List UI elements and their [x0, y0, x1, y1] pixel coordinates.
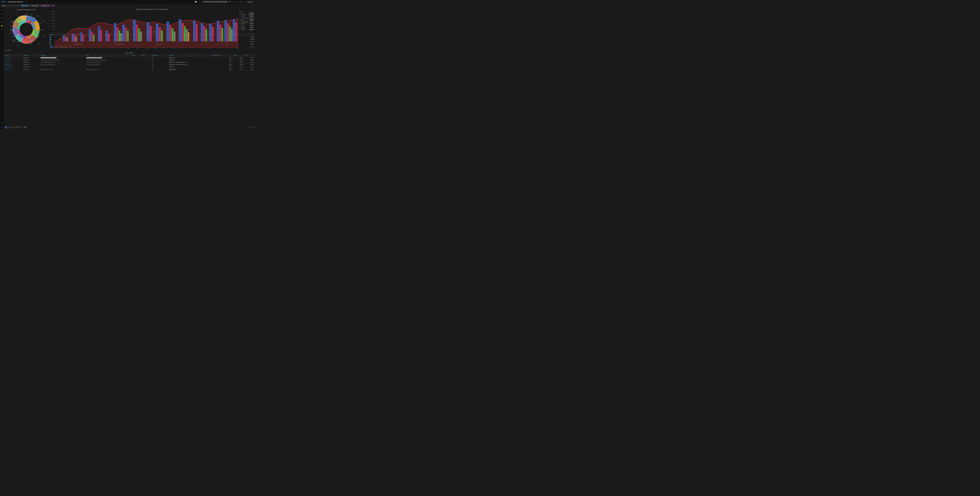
table-row: 20.189.173.9 Microsoft S... v10.events.d…: [4, 63, 255, 66]
svg-text:6.4 MB: 6.4 MB: [10, 29, 13, 30]
monitor-sidebar-icon[interactable]: ▣: [0, 21, 3, 23]
svg-rect-75: [147, 22, 150, 41]
latency-page-5[interactable]: 5: [15, 126, 17, 128]
svg-text:6.48 MB: 6.48 MB: [11, 36, 15, 37]
navigate-button[interactable]: Navigate: [247, 1, 253, 3]
refresh-icon[interactable]: ↻: [232, 1, 233, 3]
chart-icon[interactable]: 📊: [195, 1, 197, 3]
table-row: 35.207.193.180 Google Sha... US GOOGLE-2…: [4, 66, 255, 68]
table-row: 13.35.18.134 Amazon Cl... ██████████████…: [4, 57, 255, 59]
svg-rect-59: [93, 35, 95, 41]
latency-table-wrapper[interactable]: Server IP Application Host Name: DNS mDN…: [4, 54, 255, 126]
prev-icon[interactable]: ‹: [202, 1, 202, 3]
col-latency-min[interactable]: Server Latency: Min: [210, 54, 233, 57]
col-latency-avg[interactable]: Avg ▾: [233, 54, 244, 57]
col-application[interactable]: Application: [23, 54, 40, 57]
grid-sidebar-icon[interactable]: ⊞: [0, 9, 3, 11]
prev-page-btn[interactable]: ‹: [49, 46, 50, 48]
payload-size-button[interactable]: Payload Size: [30, 5, 40, 7]
latency-page-1296[interactable]: 1296: [24, 126, 26, 128]
shield-sidebar-icon[interactable]: ⬡: [0, 29, 3, 31]
svg-text:285 kB: 285 kB: [17, 44, 19, 46]
plus-2-button[interactable]: +: [12, 5, 14, 6]
svg-rect-50: [65, 37, 66, 41]
svg-rect-54: [75, 36, 77, 41]
svg-rect-80: [166, 21, 169, 41]
globe-sidebar-icon[interactable]: ◎: [0, 13, 3, 15]
latency-page-4[interactable]: 4: [13, 126, 14, 128]
svg-rect-94: [209, 24, 212, 41]
or-1-label: OR: [10, 5, 11, 6]
svg-rect-66: [119, 31, 121, 41]
mail-icon[interactable]: ✉: [197, 1, 198, 3]
col-dns[interactable]: DNS: [86, 54, 131, 57]
all-button[interactable]: All: [51, 5, 55, 7]
donut-title: Flow type by Payload Size (Top 40): [17, 9, 35, 10]
plus-3-button[interactable]: +: [18, 5, 20, 6]
col-latency-max[interactable]: Max: [244, 54, 255, 57]
graph-mode-button[interactable]: Graph mode: [21, 5, 30, 7]
svg-rect-82: [172, 28, 173, 41]
svg-rect-100: [227, 24, 229, 41]
help-sidebar-icon[interactable]: ?: [1, 126, 3, 128]
page-1-btn[interactable]: 1: [50, 46, 52, 48]
server-latency-title: Server Latency: [4, 52, 255, 54]
app-title: Application Overview: [8, 1, 23, 3]
svg-rect-92: [204, 26, 205, 41]
latency-pagination: ‹ 1 2 3 4 5 6 7 ... 1296 › 1 - 6 of 7772…: [4, 126, 255, 129]
bandwidth-legend: Max ▾ Total 21.5 Mb/s undetected 21.3 Mb…: [239, 11, 254, 30]
share-icon[interactable]: ⇪: [25, 1, 27, 3]
col-dhcp[interactable]: DHCP: [141, 54, 151, 57]
svg-rect-56: [83, 35, 84, 41]
table-row: 44.209.121.105 Lenovo Ser... api.naea1.u…: [4, 68, 255, 71]
delete-icon[interactable]: 🗑: [245, 1, 247, 3]
latency-page-2[interactable]: 2: [7, 126, 10, 128]
svg-text:JSDeliver: JSDeliver: [26, 16, 29, 17]
latency-rows-info: 1 - 6 of 7772 rows: [247, 127, 254, 128]
col-server-ip[interactable]: Server IP: [4, 54, 23, 57]
layers-sidebar-icon[interactable]: ▤: [0, 17, 3, 19]
col-country[interactable]: Country Code: [151, 54, 168, 57]
latency-prev-btn[interactable]: ‹: [4, 127, 5, 128]
svg-rect-103: [233, 19, 235, 41]
legend-item-facebook: Facebook Cloud 357 kb/s: [239, 17, 254, 19]
bell-sidebar-icon[interactable]: 🔔: [0, 25, 3, 27]
expand-icon[interactable]: ⤢: [243, 1, 245, 3]
app-tag-button[interactable]: Application Tag: [40, 5, 51, 7]
svg-rect-79: [161, 30, 163, 41]
filter-button[interactable]: Filter: [1, 5, 6, 7]
legend-max-label[interactable]: Max ▾: [239, 11, 254, 12]
svg-rect-87: [186, 29, 188, 41]
star-icon[interactable]: ☆: [24, 1, 25, 3]
table-row: 20.189.173.14 Microsoft T... v10.events.…: [4, 61, 255, 63]
svg-rect-83: [173, 32, 175, 41]
gear-icon[interactable]: ⚙: [199, 1, 200, 3]
legend-item-amazon-services: Amazon Services 119 kb/s: [239, 27, 254, 29]
svg-text:1.07 MB: 1.07 MB: [12, 21, 14, 22]
next-icon[interactable]: ›: [229, 1, 229, 3]
or-2-label: OR: [15, 5, 17, 6]
time-range[interactable]: 2023-02-03 12:21:14 to 2023-02-03 14:05:…: [202, 1, 228, 3]
svg-text:198 kB: 198 kB: [32, 41, 35, 41]
donut-panel: Flow type by Payload Size (Top 40): [4, 8, 49, 49]
latency-header[interactable]: ∧ Latency: [4, 49, 255, 52]
latency-page-6[interactable]: 6: [18, 126, 20, 128]
col-hostname[interactable]: Host Name:: [40, 54, 86, 57]
page-2-btn[interactable]: 2: [53, 46, 55, 48]
latency-page-3[interactable]: 3: [10, 126, 12, 128]
svg-rect-85: [181, 23, 183, 41]
svg-rect-101: [229, 26, 231, 41]
svg-text:46 kB: 46 kB: [42, 21, 44, 22]
latency-page-7[interactable]: 7: [20, 126, 22, 128]
latency-page-1[interactable]: 1: [5, 126, 7, 128]
col-mdns[interactable]: mDNS: [131, 54, 141, 57]
plus-1-button[interactable]: +: [7, 5, 9, 6]
col-as-name[interactable]: AS Name: [168, 54, 210, 57]
settings-sidebar-icon[interactable]: ⚙: [0, 122, 3, 124]
svg-text:5.24 MB: 5.24 MB: [39, 29, 43, 30]
zoom-icon[interactable]: 🔍: [230, 1, 231, 3]
latency-table: Server IP Application Host Name: DNS mDN…: [4, 54, 255, 71]
svg-rect-68: [122, 24, 125, 41]
svg-text:1.53 MB: 1.53 MB: [25, 14, 28, 15]
svg-text:Google Cloud: Google Cloud: [11, 30, 15, 32]
